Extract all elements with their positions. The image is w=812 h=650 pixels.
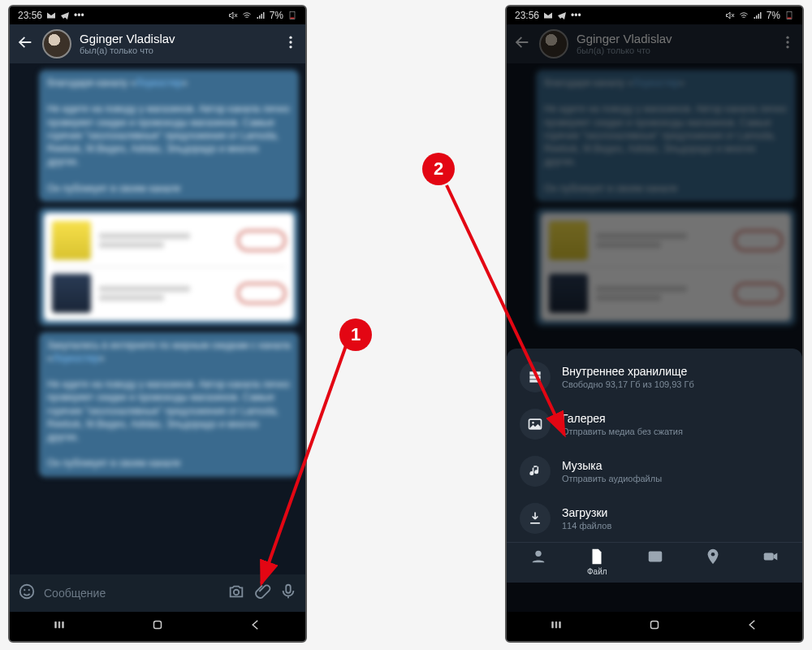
sheet-item-gallery[interactable]: ГалереяОтправить медиа без сжатия <box>507 401 802 448</box>
signal-icon <box>753 11 762 20</box>
chat-body: благодаря каналу «Лоукостер»Не идите на … <box>507 63 802 612</box>
svg-rect-1 <box>291 18 295 20</box>
sheet-title: Загрузки <box>562 506 611 519</box>
avatar[interactable] <box>42 29 71 58</box>
input-bar: Сообщение <box>10 574 305 612</box>
attach-sheet: Внутреннее хранилищеСвободно 93,17 Гб из… <box>507 349 802 583</box>
svg-rect-9 <box>286 585 291 593</box>
svg-rect-17 <box>529 375 540 379</box>
svg-point-2 <box>289 37 292 39</box>
tab-contact[interactable]: . <box>529 548 547 576</box>
back-button[interactable] <box>16 33 34 54</box>
signal-icon <box>256 11 266 20</box>
svg-rect-10 <box>153 622 161 629</box>
annotation-badge-1: 1 <box>339 318 372 351</box>
svg-point-23 <box>711 552 715 557</box>
tab-gallery[interactable]: . <box>646 548 664 576</box>
mail-icon <box>46 11 56 20</box>
contact-status: был(а) только что <box>80 46 274 55</box>
phone-left: 23:56 ••• 7% Gginger Vladislav был(а) то… <box>8 5 307 643</box>
contact-name: Gginger Vladislav <box>80 32 274 46</box>
nav-back[interactable] <box>745 618 760 635</box>
tab-file[interactable]: Файл <box>587 548 607 576</box>
message: благодаря каналу «Лоукостер» Не идите на… <box>39 70 299 202</box>
sheet-tabs: . Файл . . . <box>507 542 802 583</box>
battery-icon <box>287 11 297 20</box>
chat-header: Gginger Vladislav был(а) только что <box>507 24 802 63</box>
message-input[interactable]: Сообщение <box>44 587 219 600</box>
battery-text: 7% <box>767 10 780 21</box>
camera-button[interactable] <box>227 583 245 604</box>
battery-icon <box>784 11 794 20</box>
svg-rect-16 <box>529 371 540 375</box>
sheet-item-storage[interactable]: Внутреннее хранилищеСвободно 93,17 Гб из… <box>507 353 802 401</box>
wifi-icon <box>242 11 252 20</box>
message-card <box>39 208 299 326</box>
sheet-title: Галерея <box>562 412 683 425</box>
svg-rect-18 <box>529 379 540 382</box>
nav-recent[interactable] <box>549 618 564 635</box>
svg-point-8 <box>234 590 239 595</box>
tab-location[interactable]: . <box>704 548 722 576</box>
android-navbar <box>507 612 802 641</box>
svg-point-5 <box>20 585 34 599</box>
telegram-icon <box>557 11 567 20</box>
chat-title-block[interactable]: Gginger Vladislav был(а) только что <box>80 32 274 56</box>
status-dots: ••• <box>74 10 84 21</box>
battery-text: 7% <box>270 10 283 21</box>
emoji-button[interactable] <box>18 583 36 604</box>
mail-icon <box>543 11 553 20</box>
chat-header: Gginger Vladislav был(а) только что <box>10 24 305 63</box>
svg-point-4 <box>289 46 292 48</box>
sheet-subtitle: 114 файлов <box>562 521 611 531</box>
storage-icon <box>520 362 551 392</box>
phone-right: 23:56 ••• 7% Gginger Vladislav был(а) то… <box>505 5 804 643</box>
attach-button[interactable] <box>253 583 271 604</box>
nav-recent[interactable] <box>52 618 67 635</box>
download-icon <box>520 503 551 534</box>
sheet-title: Внутреннее хранилище <box>562 365 694 378</box>
messages: благодаря каналу «Лоукостер» Не идите на… <box>39 70 299 477</box>
status-bar: 23:56 ••• 7% <box>507 6 802 24</box>
sheet-subtitle: Свободно 93,17 Гб из 109,93 Гб <box>562 379 694 389</box>
status-time: 23:56 <box>515 10 539 21</box>
annotation-badge-2: 2 <box>422 153 455 185</box>
sheet-item-music[interactable]: МузыкаОтправить аудиофайлы <box>507 448 802 495</box>
gallery-icon <box>520 409 551 440</box>
status-bar: 23:56 ••• 7% <box>10 6 305 24</box>
svg-point-20 <box>532 422 534 424</box>
svg-rect-12 <box>788 18 792 20</box>
music-icon <box>520 456 551 487</box>
sheet-item-downloads[interactable]: Загрузки114 файлов <box>507 495 802 542</box>
mic-button[interactable] <box>279 583 297 604</box>
more-button[interactable] <box>283 34 299 54</box>
svg-point-3 <box>289 41 292 43</box>
chat-body[interactable]: благодаря каналу «Лоукостер» Не идите на… <box>10 63 305 574</box>
svg-point-21 <box>536 551 542 557</box>
svg-rect-25 <box>650 622 658 629</box>
svg-point-7 <box>28 589 30 591</box>
nav-home[interactable] <box>150 618 165 635</box>
status-time: 23:56 <box>18 10 42 21</box>
svg-rect-22 <box>649 552 663 562</box>
status-dots: ••• <box>571 10 581 21</box>
sheet-subtitle: Отправить аудиофайлы <box>562 474 662 483</box>
message: Закупались в интернете по жирным скидкам… <box>39 332 299 477</box>
nav-back[interactable] <box>248 618 263 635</box>
tab-camera[interactable]: . <box>762 548 780 576</box>
wifi-icon <box>739 11 749 20</box>
svg-point-6 <box>24 589 25 591</box>
android-navbar <box>10 612 305 641</box>
mute-icon <box>725 11 735 20</box>
sheet-title: Музыка <box>562 459 662 472</box>
nav-home[interactable] <box>647 618 662 635</box>
mute-icon <box>228 11 238 20</box>
svg-rect-24 <box>763 552 773 560</box>
sheet-subtitle: Отправить медиа без сжатия <box>562 427 683 436</box>
telegram-icon <box>60 11 70 20</box>
